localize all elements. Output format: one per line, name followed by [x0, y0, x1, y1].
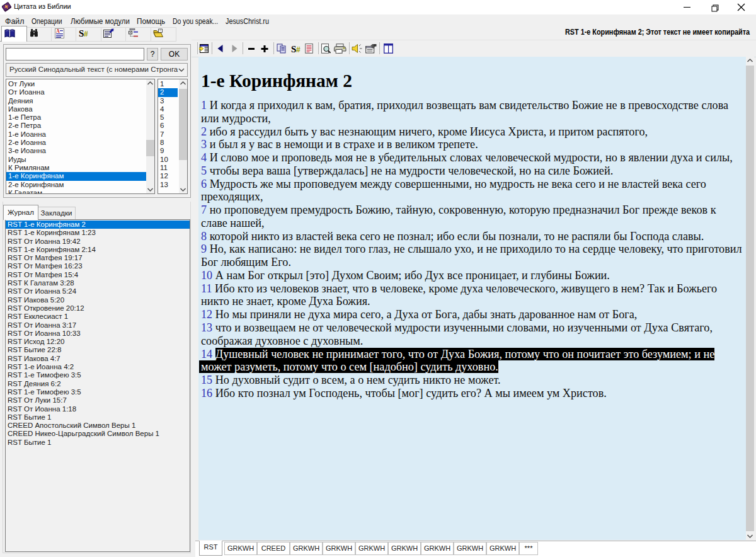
svg-text:A: A: [56, 28, 60, 34]
svg-text:#: #: [296, 45, 301, 54]
svg-text:#: #: [84, 30, 88, 38]
